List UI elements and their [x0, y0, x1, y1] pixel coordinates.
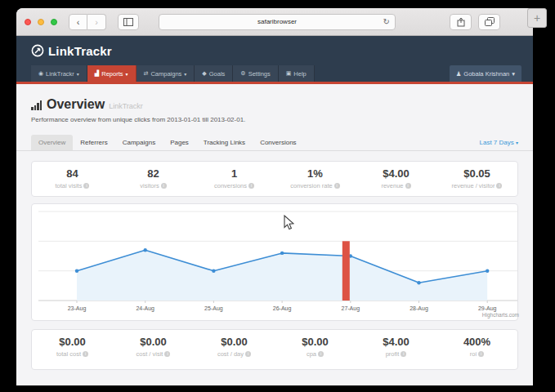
nav-item-label: Help: [293, 70, 306, 78]
info-icon[interactable]: i: [478, 351, 484, 357]
stat-value: $0.00: [194, 336, 275, 348]
chevron-down-icon: ▾: [126, 71, 128, 77]
nav-item-help[interactable]: ▣Help: [279, 65, 315, 82]
info-icon[interactable]: i: [161, 183, 167, 189]
stat-value: $0.00: [32, 336, 113, 348]
share-button[interactable]: [450, 14, 472, 30]
tab-referrers[interactable]: Referrers: [73, 135, 114, 150]
stat-value: $4.00: [356, 167, 436, 180]
svg-text:24-Aug: 24-Aug: [136, 305, 154, 312]
stat-value: $4.00: [356, 336, 436, 348]
user-name: Gobala Krishnan: [463, 70, 509, 78]
nav-item-campaigns[interactable]: ⇄Campaigns▾: [137, 65, 195, 82]
info-icon[interactable]: i: [248, 183, 254, 189]
info-icon[interactable]: i: [405, 183, 411, 189]
stats-card-bottom: $0.00total costi$0.00cost / visiti$0.00c…: [31, 329, 518, 370]
svg-text:23-Aug: 23-Aug: [68, 305, 87, 312]
reload-icon[interactable]: ↻: [383, 18, 390, 26]
browser-toolbar: ‹ › safaribrowser ↻: [16, 8, 533, 36]
stat-label: total costi: [32, 350, 113, 358]
nav-item-goals[interactable]: ◆Goals: [195, 65, 233, 82]
nav-item-label: Campaigns: [150, 70, 181, 78]
mouse-cursor: [284, 215, 294, 230]
stat-value: $0.05: [436, 167, 517, 180]
stat-label: revenuei: [356, 182, 436, 189]
info-icon[interactable]: i: [83, 183, 89, 189]
chevron-down-icon: ▾: [512, 70, 515, 78]
page-title: Overview: [47, 97, 105, 112]
show-tabs-button[interactable]: [478, 14, 500, 30]
address-bar[interactable]: safaribrowser ↻: [159, 14, 396, 30]
info-icon[interactable]: i: [401, 351, 406, 357]
tab-pages[interactable]: Pages: [163, 135, 196, 150]
stat-value: 82: [113, 167, 194, 180]
wrench-icon: ⚙: [240, 70, 245, 77]
close-window-button[interactable]: [25, 19, 31, 25]
svg-text:25-Aug: 25-Aug: [204, 305, 223, 312]
stat-value: 1: [194, 167, 275, 180]
stat-label: visitorsi: [113, 182, 194, 189]
stat-cpa: $0.00cpai: [275, 330, 356, 369]
stat-total-visits: 84total visitsi: [32, 162, 113, 196]
page-header: Overview LinkTrackr Performance overview…: [16, 84, 533, 123]
app-logo-text[interactable]: LinkTrackr: [48, 44, 112, 58]
svg-text:Highcharts.com: Highcharts.com: [482, 312, 519, 318]
stat-value: $0.00: [113, 336, 194, 348]
info-icon[interactable]: i: [83, 351, 88, 357]
app-header: LinkTrackr: [16, 36, 533, 65]
stat-label: conversion ratei: [275, 182, 356, 189]
chevron-down-icon: ▾: [516, 140, 518, 145]
stat-label: revenue / visitori: [436, 182, 517, 189]
stat-label: conversionsi: [194, 182, 275, 189]
minimize-window-button[interactable]: [38, 19, 44, 25]
visits-area-chart: 23-Aug24-Aug25-Aug26-Aug27-Aug28-Aug29-A…: [32, 204, 524, 318]
info-icon[interactable]: i: [334, 183, 340, 189]
stat-label: cpai: [275, 350, 356, 358]
stat-value: 1%: [275, 167, 356, 180]
stat-revenue: $4.00revenuei: [356, 162, 436, 196]
page-title-suffix: LinkTrackr: [109, 102, 143, 112]
stat-cost-day: $0.00cost / dayi: [194, 330, 275, 369]
stat-label: roii: [436, 350, 517, 358]
stat-profit: $4.00profiti: [356, 330, 436, 369]
nav-item-linktrackr[interactable]: ◉LinkTrackr▾: [31, 65, 87, 82]
stats-card-top: 84total visitsi82visitorsi1conversionsi1…: [31, 161, 518, 197]
info-icon[interactable]: i: [496, 183, 502, 189]
nav-item-reports[interactable]: ▟Reports▾: [87, 65, 137, 82]
stat-value: 400%: [436, 336, 517, 348]
page-description: Performance overview from unique clicks …: [31, 116, 518, 123]
user-icon: ♟: [456, 70, 462, 78]
nav-item-settings[interactable]: ⚙Settings: [233, 65, 278, 82]
tabs-icon: [485, 17, 495, 26]
tab-tracking-links[interactable]: Tracking Links: [196, 135, 253, 150]
chevron-down-icon: ▾: [77, 71, 79, 77]
nav-item-label: Settings: [248, 70, 271, 78]
tab-conversions[interactable]: Conversions: [253, 135, 303, 150]
info-icon[interactable]: i: [318, 351, 324, 357]
stat-revenue-visitor: $0.05revenue / visitori: [436, 162, 517, 196]
traffic-lights: [25, 19, 57, 25]
tab-campaigns[interactable]: Campaigns: [115, 135, 163, 150]
address-text: safaribrowser: [257, 18, 297, 25]
sidebar-toggle-button[interactable]: [118, 14, 139, 30]
stat-label: profiti: [356, 350, 436, 358]
shuffle-icon: ⇄: [144, 70, 149, 77]
nav-item-label: LinkTrackr: [46, 70, 74, 78]
stat-roi: 400%roii: [436, 330, 517, 369]
stat-visitors: 82visitorsi: [113, 162, 194, 196]
back-button[interactable]: ‹: [69, 14, 87, 30]
camera-icon: ▣: [286, 70, 292, 77]
zoom-window-button[interactable]: [51, 19, 57, 25]
stat-value: 84: [32, 167, 113, 180]
date-range-selector[interactable]: Last 7 Days ▾: [480, 139, 519, 146]
stat-label: cost / dayi: [194, 350, 275, 358]
tab-overview[interactable]: Overview: [31, 135, 73, 150]
forward-button[interactable]: ›: [87, 14, 106, 30]
new-tab-button[interactable]: +: [527, 8, 547, 28]
browser-window: ‹ › safaribrowser ↻: [16, 8, 533, 385]
info-icon[interactable]: i: [164, 351, 170, 357]
user-menu-button[interactable]: ♟Gobala Krishnan▾: [450, 65, 521, 82]
chevron-down-icon: ▾: [184, 71, 186, 77]
info-icon[interactable]: i: [245, 351, 251, 357]
stat-label: cost / visiti: [113, 350, 194, 358]
